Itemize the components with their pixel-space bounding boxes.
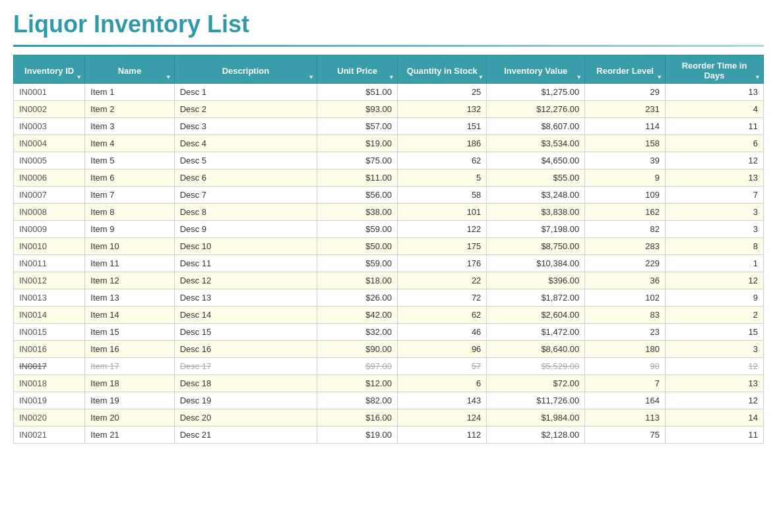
dropdown-arrow-id[interactable]: ▼ — [76, 74, 82, 80]
cell-unit_price: $38.00 — [317, 204, 398, 221]
table-row: IN0006Item 6Desc 6$11.005$55.00913 — [14, 169, 764, 187]
cell-name: Item 10 — [85, 238, 174, 255]
cell-name: Item 3 — [85, 118, 174, 135]
col-label-quantity: Quantity in Stock — [403, 66, 481, 76]
col-label-unit-price: Unit Price — [323, 66, 392, 76]
cell-reorder_time: 12 — [666, 152, 764, 169]
cell-name: Item 19 — [85, 392, 174, 409]
cell-unit_price: $19.00 — [317, 427, 398, 444]
cell-id: IN0015 — [14, 324, 85, 341]
cell-reorder_level: 7 — [585, 375, 666, 392]
cell-inv_value: $4,650.00 — [487, 152, 585, 169]
cell-unit_price: $97.00 — [317, 358, 398, 375]
divider — [13, 45, 764, 47]
cell-quantity: 112 — [398, 427, 487, 444]
cell-reorder_time: 6 — [666, 135, 764, 152]
col-header-name[interactable]: Name ▼ — [85, 55, 174, 84]
cell-id: IN0013 — [14, 289, 85, 307]
cell-reorder_time: 7 — [666, 187, 764, 204]
cell-unit_price: $93.00 — [317, 101, 398, 118]
col-label-id: Inventory ID — [19, 66, 79, 76]
cell-reorder_level: 82 — [585, 221, 666, 238]
col-header-id[interactable]: Inventory ID ▼ — [14, 55, 85, 84]
table-row: IN0019Item 19Desc 19$82.00143$11,726.001… — [14, 392, 764, 409]
col-header-reorder-level[interactable]: Reorder Level ▼ — [585, 55, 666, 84]
cell-reorder_time: 12 — [666, 272, 764, 289]
col-header-unit-price[interactable]: Unit Price ▼ — [317, 55, 398, 84]
dropdown-arrow-inv-value[interactable]: ▼ — [576, 74, 582, 80]
dropdown-arrow-quantity[interactable]: ▼ — [478, 74, 483, 80]
cell-quantity: 132 — [398, 101, 487, 118]
cell-quantity: 57 — [398, 358, 487, 375]
table-body: IN0001Item 1Desc 1$51.0025$1,275.002913I… — [14, 84, 764, 444]
col-label-reorder-level: Reorder Level — [590, 66, 660, 76]
col-header-reorder-time[interactable]: Reorder Time in Days ▼ — [666, 55, 764, 84]
cell-reorder_time: 2 — [666, 307, 764, 324]
dropdown-arrow-description[interactable]: ▼ — [308, 74, 314, 80]
cell-name: Item 20 — [85, 409, 174, 427]
cell-name: Item 21 — [85, 427, 174, 444]
col-header-quantity[interactable]: Quantity in Stock ▼ — [398, 55, 487, 84]
col-header-description[interactable]: Description ▼ — [174, 55, 317, 84]
table-row: IN0015Item 15Desc 15$32.0046$1,472.00231… — [14, 324, 764, 341]
page-title: Liquor Inventory List — [13, 11, 764, 38]
cell-unit_price: $18.00 — [317, 272, 398, 289]
cell-description: Desc 14 — [174, 307, 317, 324]
cell-description: Desc 3 — [174, 118, 317, 135]
dropdown-arrow-reorder-level[interactable]: ▼ — [656, 74, 662, 80]
cell-unit_price: $75.00 — [317, 152, 398, 169]
table-row: IN0007Item 7Desc 7$56.0058$3,248.001097 — [14, 187, 764, 204]
table-row: IN0021Item 21Desc 21$19.00112$2,128.0075… — [14, 427, 764, 444]
cell-reorder_level: 9 — [585, 169, 666, 187]
cell-description: Desc 8 — [174, 204, 317, 221]
cell-reorder_time: 3 — [666, 341, 764, 358]
cell-quantity: 62 — [398, 307, 487, 324]
table-row: IN0009Item 9Desc 9$59.00122$7,198.00823 — [14, 221, 764, 238]
cell-description: Desc 12 — [174, 272, 317, 289]
cell-reorder_time: 15 — [666, 324, 764, 341]
table-row: IN0018Item 18Desc 18$12.006$72.00713 — [14, 375, 764, 392]
col-header-inv-value[interactable]: Inventory Value ▼ — [487, 55, 585, 84]
cell-reorder_level: 113 — [585, 409, 666, 427]
cell-id: IN0008 — [14, 204, 85, 221]
cell-reorder_time: 13 — [666, 169, 764, 187]
cell-id: IN0016 — [14, 341, 85, 358]
cell-reorder_time: 12 — [666, 358, 764, 375]
cell-reorder_level: 98 — [585, 358, 666, 375]
cell-description: Desc 10 — [174, 238, 317, 255]
dropdown-arrow-name[interactable]: ▼ — [166, 74, 171, 80]
cell-name: Item 15 — [85, 324, 174, 341]
cell-description: Desc 20 — [174, 409, 317, 427]
cell-unit_price: $16.00 — [317, 409, 398, 427]
cell-description: Desc 2 — [174, 101, 317, 118]
cell-reorder_time: 14 — [666, 409, 764, 427]
table-row: IN0014Item 14Desc 14$42.0062$2,604.00832 — [14, 307, 764, 324]
table-row: IN0004Item 4Desc 4$19.00186$3,534.001586 — [14, 135, 764, 152]
cell-reorder_time: 8 — [666, 238, 764, 255]
cell-inv_value: $1,472.00 — [487, 324, 585, 341]
cell-reorder_time: 3 — [666, 204, 764, 221]
table-row: IN0013Item 13Desc 13$26.0072$1,872.00102… — [14, 289, 764, 307]
cell-reorder_level: 102 — [585, 289, 666, 307]
dropdown-arrow-unit-price[interactable]: ▼ — [388, 74, 394, 80]
cell-id: IN0002 — [14, 101, 85, 118]
cell-reorder_time: 4 — [666, 101, 764, 118]
table-row: IN0003Item 3Desc 3$57.00151$8,607.001141… — [14, 118, 764, 135]
table-header-row: Inventory ID ▼ Name ▼ Description ▼ Unit… — [14, 55, 764, 84]
cell-id: IN0009 — [14, 221, 85, 238]
cell-unit_price: $42.00 — [317, 307, 398, 324]
cell-id: IN0012 — [14, 272, 85, 289]
cell-name: Item 1 — [85, 84, 174, 101]
cell-reorder_level: 164 — [585, 392, 666, 409]
table-row: IN0011Item 11Desc 11$59.00176$10,384.002… — [14, 255, 764, 272]
cell-description: Desc 13 — [174, 289, 317, 307]
cell-description: Desc 19 — [174, 392, 317, 409]
cell-reorder_level: 23 — [585, 324, 666, 341]
cell-name: Item 6 — [85, 169, 174, 187]
cell-name: Item 9 — [85, 221, 174, 238]
cell-id: IN0010 — [14, 238, 85, 255]
cell-inv_value: $55.00 — [487, 169, 585, 187]
cell-unit_price: $51.00 — [317, 84, 398, 101]
cell-inv_value: $8,607.00 — [487, 118, 585, 135]
dropdown-arrow-reorder-time[interactable]: ▼ — [755, 74, 761, 80]
